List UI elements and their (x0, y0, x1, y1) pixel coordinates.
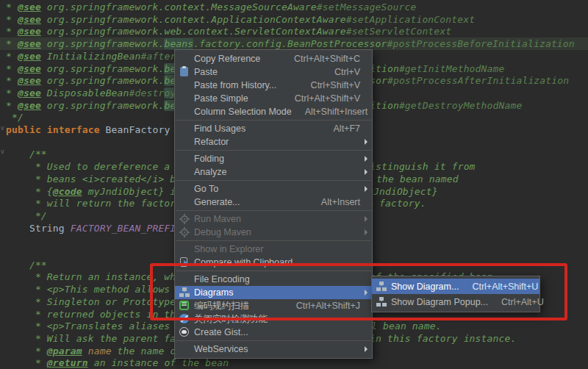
menu-item-shortcut: Ctrl+V (321, 67, 360, 77)
menu-item-go-to[interactable]: Go To (175, 182, 372, 196)
submenu-arrow-icon (365, 290, 368, 295)
menu-item-label: Generate... (194, 197, 240, 207)
menu-item-shortcut: Alt+Insert (308, 197, 360, 207)
menu-item-label: 编码规约扫描 (194, 300, 249, 312)
code-line: * @see org.springframework.context.Messa… (6, 1, 588, 13)
menu-separator (176, 240, 371, 241)
menu-separator (176, 180, 371, 181)
menu-item-paste-simple[interactable]: Paste SimpleCtrl+Alt+Shift+V (175, 92, 372, 105)
menu-item-shortcut: Ctrl+Alt+Shift+V (282, 93, 360, 104)
menu-item-shortcut: Ctrl+Alt+Shift+J (283, 301, 360, 311)
menu-item-label: Compare with Clipboard (194, 257, 293, 268)
maven-gear-icon (179, 213, 190, 225)
menu-item-column-selection-mode[interactable]: Column Selection ModeAlt+Shift+Insert (175, 105, 372, 118)
menu-item-label: Paste from History... (194, 80, 276, 90)
menu-item-close-realtime-detection[interactable]: 关闭实时检测功能 (175, 312, 372, 326)
menu-item-label: Paste (194, 67, 218, 77)
menu-item-file-encoding[interactable]: File Encoding (175, 273, 372, 286)
menu-item-generate[interactable]: Generate...Alt+Insert (175, 196, 372, 209)
menu-item-label: Refactor (194, 137, 229, 147)
submenu-arrow-icon (365, 346, 368, 352)
menu-separator (176, 120, 371, 121)
menu-item-label: WebServices (194, 344, 248, 354)
diagram-icon (376, 296, 387, 308)
menu-item-label: Show Diagram Popup... (391, 297, 488, 307)
menu-separator (176, 340, 371, 341)
menu-item-create-gist[interactable]: Create Gist... (175, 326, 372, 339)
code-line: * @see org.springframework.web.context.S… (6, 25, 588, 37)
submenu-arrow-icon (365, 169, 368, 175)
menu-item-label: Create Gist... (194, 327, 248, 337)
menu-item-label: Find Usages (194, 123, 245, 134)
diagram-icon (376, 281, 387, 293)
code-line: * @see org.springframework.beans.factory… (6, 37, 588, 50)
submenu-arrow-icon (365, 139, 368, 145)
menu-item-webservices[interactable]: WebServices (175, 343, 372, 356)
diagram-icon (179, 287, 190, 298)
code-line: * @see org.springframework.context.Appli… (6, 13, 588, 26)
menu-item-debug-maven: Debug Maven (175, 226, 372, 239)
menu-item-shortcut: Alt+Shift+Insert (292, 107, 368, 117)
menu-item-show-diagram[interactable]: Show Diagram...Ctrl+Alt+Shift+U (372, 279, 539, 294)
submenu-arrow-icon (365, 156, 368, 162)
menu-separator (176, 210, 371, 211)
menu-item-shortcut: Ctrl+Alt+Shift+C (281, 54, 360, 64)
menu-item-label: Copy Reference (194, 54, 260, 64)
compare-icon (179, 257, 190, 268)
menu-item-label: Analyze (194, 167, 226, 177)
menu-item-show-diagram-popup[interactable]: Show Diagram Popup...Ctrl+Alt+U (372, 294, 539, 309)
menu-item-refactor[interactable]: Refactor (175, 135, 372, 148)
menu-item-coding-guidelines-scan[interactable]: 编码规约扫描Ctrl+Alt+Shift+J (175, 299, 372, 312)
menu-item-paste-from-history[interactable]: Paste from History...Ctrl+Shift+V (175, 79, 372, 92)
submenu-arrow-icon (365, 229, 368, 235)
octocat-icon (179, 326, 190, 338)
diagrams-submenu: Show Diagram...Ctrl+Alt+Shift+UShow Diag… (371, 276, 540, 312)
editor-context-menu: Copy ReferenceCtrl+Alt+Shift+CPasteCtrl+… (174, 49, 373, 359)
menu-item-folding[interactable]: Folding (175, 152, 372, 165)
menu-item-show-in-explorer: Show in Explorer (175, 243, 372, 256)
menu-item-analyze[interactable]: Analyze (175, 165, 372, 179)
menu-item-label: Paste Simple (194, 93, 248, 104)
menu-item-shortcut: Alt+F7 (320, 123, 360, 134)
menu-item-label: Folding (194, 154, 224, 164)
menu-item-label: File Encoding (194, 274, 250, 284)
menu-item-label: Show in Explorer (194, 244, 264, 254)
maven-gear-icon (179, 226, 190, 238)
menu-item-diagrams[interactable]: Diagrams (175, 286, 372, 299)
menu-item-label: Go To (194, 184, 218, 194)
menu-item-label: 关闭实时检测功能 (194, 313, 268, 326)
menu-item-label: Run Maven (194, 214, 241, 224)
menu-item-shortcut: Ctrl+Alt+Shift+U (459, 282, 538, 292)
menu-item-compare-with-clipboard[interactable]: Compare with Clipboard (175, 256, 372, 269)
submenu-arrow-icon (365, 186, 368, 192)
menu-item-shortcut: Ctrl+Alt+U (488, 297, 544, 307)
menu-item-find-usages[interactable]: Find UsagesAlt+F7 (175, 122, 372, 135)
menu-item-paste[interactable]: PasteCtrl+V (175, 65, 372, 79)
submenu-arrow-icon (365, 216, 368, 222)
menu-item-shortcut: Ctrl+Shift+V (298, 80, 360, 90)
menu-item-label: Debug Maven (194, 227, 251, 237)
menu-item-copy-reference[interactable]: Copy ReferenceCtrl+Alt+Shift+C (175, 52, 372, 65)
menu-item-label: Column Selection Mode (194, 107, 292, 117)
menu-separator (176, 150, 371, 151)
menu-separator (176, 271, 371, 271)
menu-item-label: Diagrams (194, 287, 234, 298)
guideline-scan-icon (179, 300, 190, 312)
realtime-detection-icon (179, 313, 190, 325)
menu-item-label: Show Diagram... (391, 282, 459, 292)
paste-icon (179, 66, 190, 78)
fold-marker-icon[interactable]: ∨ (0, 148, 5, 155)
fold-marker-icon[interactable]: ∨ (0, 124, 5, 132)
menu-item-run-maven: Run Maven (175, 212, 372, 226)
